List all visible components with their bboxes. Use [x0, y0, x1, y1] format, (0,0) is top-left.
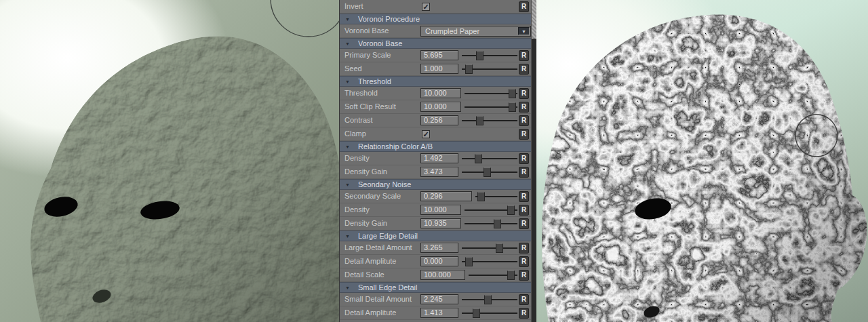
- slider-handle[interactable]: [465, 257, 473, 266]
- section-header[interactable]: ▼Voronoi Base: [340, 38, 531, 49]
- section-header-label: Voronoi Procedure: [358, 15, 420, 23]
- param-value-field[interactable]: 10.000: [420, 205, 461, 215]
- reset-button[interactable]: R: [519, 205, 529, 216]
- param-row: Secondary Scale0.296R: [340, 190, 531, 203]
- section-header[interactable]: ▼Seondary Noise: [340, 179, 531, 190]
- param-checkbox[interactable]: ✓: [422, 3, 430, 11]
- param-row: Clamp✓R: [340, 127, 531, 141]
- param-slider[interactable]: [462, 261, 517, 262]
- param-label: Primary Scale: [344, 51, 391, 59]
- slider-handle[interactable]: [475, 154, 482, 163]
- section-header-label: Large Edge Detail: [358, 232, 418, 240]
- section-collapse-arrow-icon[interactable]: ▼: [345, 41, 350, 46]
- param-dropdown[interactable]: Crumpled Paper▼: [420, 26, 531, 37]
- reset-button[interactable]: R: [519, 294, 529, 305]
- param-value-field[interactable]: 1.492: [420, 153, 458, 163]
- param-label: Small Detail Amount: [344, 295, 412, 303]
- section-collapse-arrow-icon[interactable]: ▼: [345, 17, 350, 22]
- param-label: Density Gain: [344, 167, 387, 176]
- param-row: Primary Scale5.695R: [340, 49, 531, 62]
- reset-button[interactable]: R: [519, 153, 529, 164]
- reset-button[interactable]: R: [519, 102, 529, 113]
- param-value-field[interactable]: 100.000: [420, 270, 465, 280]
- param-slider[interactable]: [469, 275, 517, 276]
- section-header[interactable]: ▼Threshold: [340, 76, 531, 87]
- param-slider[interactable]: [462, 313, 517, 314]
- section-collapse-arrow-icon[interactable]: ▼: [345, 79, 350, 84]
- param-checkbox[interactable]: ✓: [422, 130, 430, 138]
- param-value-field[interactable]: 10.000: [420, 102, 461, 112]
- param-value-field[interactable]: 0.296: [420, 191, 472, 201]
- param-slider[interactable]: [462, 299, 517, 300]
- slider-handle[interactable]: [509, 89, 516, 98]
- slider-handle[interactable]: [496, 243, 503, 253]
- param-slider[interactable]: [465, 209, 517, 211]
- param-row: Contrast0.256R: [340, 114, 531, 127]
- slider-handle[interactable]: [477, 192, 485, 201]
- viewport-right-texture-preview[interactable]: [536, 0, 868, 322]
- section-header[interactable]: ▼Large Edge Detail: [340, 230, 531, 241]
- section-collapse-arrow-icon[interactable]: ▼: [345, 234, 350, 239]
- slider-handle[interactable]: [476, 51, 484, 60]
- slider-handle[interactable]: [494, 219, 501, 228]
- reset-button[interactable]: R: [519, 308, 529, 319]
- reset-button[interactable]: R: [519, 129, 529, 140]
- section-header[interactable]: ▼Voronoi Procedure: [340, 14, 531, 24]
- param-value-field[interactable]: 1.000: [420, 64, 458, 74]
- param-value-field[interactable]: 3.265: [420, 243, 458, 253]
- param-slider[interactable]: [462, 172, 517, 173]
- param-value-field[interactable]: 10.935: [420, 218, 461, 228]
- param-label: Detail Amplitute: [344, 308, 396, 317]
- slider-handle[interactable]: [465, 64, 473, 74]
- scrollbar-thumb[interactable]: [532, 0, 536, 39]
- app-screen: Invert✓R▼Voronoi ProcedureVoronoi BaseCr…: [0, 0, 868, 322]
- param-slider[interactable]: [462, 120, 517, 121]
- reset-button[interactable]: R: [519, 115, 529, 126]
- param-slider[interactable]: [465, 93, 517, 94]
- param-slider[interactable]: [475, 196, 517, 197]
- section-collapse-arrow-icon[interactable]: ▼: [345, 144, 350, 149]
- reset-button[interactable]: R: [519, 167, 529, 178]
- param-slider[interactable]: [462, 55, 517, 56]
- param-label: Density: [344, 154, 370, 162]
- viewport-left-sculpt[interactable]: [0, 0, 339, 322]
- param-value-field[interactable]: 10.000: [420, 88, 461, 98]
- param-value-field[interactable]: 1.413: [420, 308, 458, 318]
- slider-handle[interactable]: [484, 295, 492, 304]
- panel-scrollbar[interactable]: [531, 0, 536, 322]
- param-value-field[interactable]: 3.473: [420, 167, 458, 177]
- section-header[interactable]: ▼Relationship Color A/B: [340, 141, 531, 152]
- reset-button[interactable]: R: [519, 243, 529, 254]
- slider-handle[interactable]: [473, 308, 480, 318]
- param-slider[interactable]: [465, 223, 517, 224]
- param-slider[interactable]: [462, 68, 517, 70]
- slider-handle[interactable]: [484, 167, 491, 177]
- reset-button[interactable]: R: [519, 50, 529, 61]
- param-row: Detail Scale100.000R: [340, 268, 531, 282]
- reset-button[interactable]: R: [519, 270, 529, 281]
- param-value-field[interactable]: 0.000: [420, 256, 458, 266]
- param-slider[interactable]: [465, 106, 517, 108]
- dropdown-arrow-button[interactable]: ▼: [518, 27, 530, 35]
- reset-button[interactable]: R: [519, 256, 529, 267]
- reset-button[interactable]: R: [519, 191, 529, 202]
- param-label: Invert: [344, 2, 363, 10]
- reset-button[interactable]: R: [519, 218, 529, 229]
- reset-button[interactable]: R: [519, 88, 529, 99]
- slider-handle[interactable]: [507, 205, 515, 215]
- section-collapse-arrow-icon[interactable]: ▼: [345, 285, 350, 290]
- slider-handle[interactable]: [507, 270, 515, 280]
- param-value-field[interactable]: 2.245: [420, 294, 458, 304]
- section-collapse-arrow-icon[interactable]: ▼: [345, 182, 350, 187]
- section-header[interactable]: ▼Small Edge Detail: [340, 282, 531, 293]
- reset-button[interactable]: R: [519, 64, 529, 75]
- param-value-field[interactable]: 0.256: [420, 115, 458, 125]
- param-slider[interactable]: [462, 158, 517, 159]
- reset-button[interactable]: R: [519, 1, 529, 12]
- param-row: Voronoi BaseCrumpled Paper▼: [340, 24, 531, 38]
- param-value-field[interactable]: 5.695: [420, 50, 458, 60]
- slider-handle[interactable]: [476, 116, 484, 125]
- slider-handle[interactable]: [509, 102, 516, 112]
- attribute-panel: Invert✓R▼Voronoi ProcedureVoronoi BaseCr…: [339, 0, 536, 322]
- param-slider[interactable]: [462, 247, 517, 249]
